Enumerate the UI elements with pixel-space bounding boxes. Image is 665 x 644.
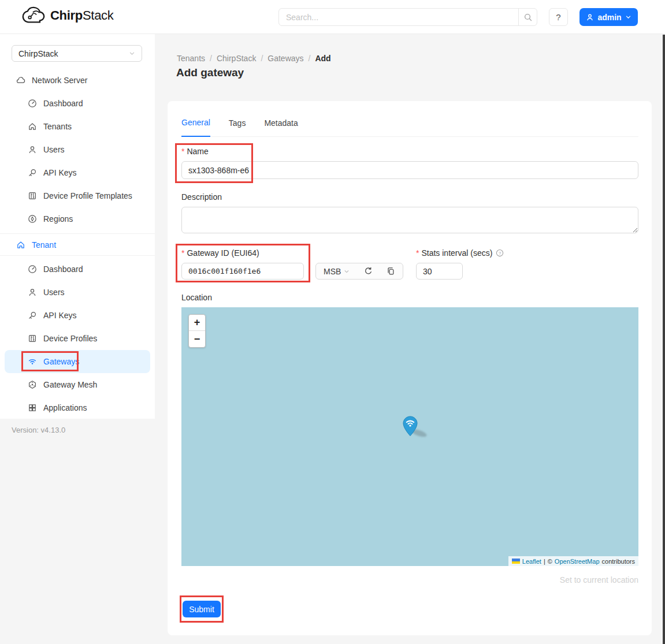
- breadcrumb-item[interactable]: Tenants: [177, 54, 205, 63]
- byte-order-select[interactable]: MSB: [324, 267, 350, 276]
- gateway-id-input[interactable]: [181, 263, 304, 280]
- control-icon: [28, 334, 37, 343]
- chevron-down-icon: [129, 50, 135, 57]
- organization-select[interactable]: ChirpStack: [12, 45, 142, 62]
- breadcrumb-separator: /: [261, 54, 263, 63]
- window-edge-scrollbar[interactable]: [663, 35, 665, 644]
- cloud-logo-icon: [22, 6, 45, 24]
- global-search: [278, 8, 537, 26]
- copy-button[interactable]: [387, 267, 395, 276]
- map-pin-wifi-icon: [403, 416, 418, 437]
- search-input[interactable]: [279, 9, 518, 25]
- help-button[interactable]: ?: [549, 8, 568, 26]
- sidebar-item-tenant-api-keys[interactable]: API Keys: [0, 304, 155, 327]
- sidebar: ChirpStack Network Server Dashboard Tena…: [0, 34, 155, 419]
- tab-general[interactable]: General: [181, 118, 210, 137]
- brand-stack: Stack: [83, 8, 114, 23]
- sidebar-item-gateways[interactable]: Gateways: [5, 350, 150, 373]
- user-icon: [28, 145, 37, 154]
- tab-metadata[interactable]: Metadata: [264, 118, 298, 136]
- tab-bar: General Tags Metadata: [181, 101, 638, 137]
- sidebar-item-gateway-mesh[interactable]: Gateway Mesh: [0, 373, 155, 396]
- user-label: admin: [597, 13, 621, 22]
- sidebar-item-label: API Keys: [43, 168, 77, 177]
- user-icon: [586, 13, 594, 21]
- required-asterisk: *: [416, 248, 419, 258]
- sidebar-item-regions[interactable]: Regions: [0, 207, 155, 230]
- tab-tags[interactable]: Tags: [229, 118, 246, 136]
- search-button[interactable]: [518, 9, 537, 25]
- home-icon: [28, 122, 37, 131]
- sidebar-item-label: Tenant: [32, 240, 56, 250]
- set-current-location-link[interactable]: Set to current location: [560, 575, 638, 585]
- map-zoom-control: + −: [188, 314, 206, 348]
- sidebar-item-label: Device Profile Templates: [43, 191, 132, 200]
- breadcrumb-item[interactable]: ChirpStack: [217, 54, 256, 63]
- breadcrumb-current: Add: [315, 54, 330, 63]
- dashboard-gauge-icon: [28, 99, 37, 108]
- stats-interval-label-text: Stats interval (secs): [421, 248, 492, 258]
- sidebar-item-label: Users: [43, 145, 65, 154]
- sidebar-item-ns-users[interactable]: Users: [0, 138, 155, 161]
- sidebar-item-device-profiles[interactable]: Device Profiles: [0, 327, 155, 350]
- sidebar-item-label: Users: [43, 288, 65, 297]
- sidebar-item-tenant[interactable]: Tenant: [0, 233, 155, 256]
- breadcrumb-separator: /: [309, 54, 311, 63]
- gateway-id-label: * Gateway ID (EUI64): [181, 248, 259, 258]
- description-label-text: Description: [181, 192, 222, 202]
- location-label: Location: [181, 293, 212, 302]
- version-text: Version: v4.13.0: [12, 426, 65, 434]
- sidebar-item-label: Device Profiles: [43, 334, 97, 343]
- sidebar-item-ns-dashboard[interactable]: Dashboard: [0, 92, 155, 115]
- breadcrumb: Tenants / ChirpStack / Gateways / Add: [177, 54, 331, 63]
- chevron-down-icon: [625, 14, 631, 20]
- sidebar-item-label: Applications: [43, 403, 87, 412]
- ukraine-flag-icon: [512, 559, 520, 564]
- location-map[interactable]: + − Leaflet | © OpenStreetMap contributo…: [181, 307, 638, 566]
- stats-interval-input[interactable]: [416, 263, 463, 280]
- attribution-copyright: ©: [548, 558, 552, 565]
- cloud-icon: [16, 76, 25, 85]
- zoom-out-button[interactable]: −: [189, 331, 205, 347]
- openstreetmap-link[interactable]: OpenStreetMap: [555, 558, 600, 565]
- location-label-text: Location: [181, 293, 212, 302]
- sidebar-item-device-profile-templates[interactable]: Device Profile Templates: [0, 184, 155, 207]
- name-input[interactable]: [181, 161, 638, 179]
- breadcrumb-item[interactable]: Gateways: [268, 54, 303, 63]
- sidebar-item-label: Tenants: [43, 122, 72, 131]
- question-circle-icon[interactable]: ?: [496, 249, 504, 257]
- search-icon: [523, 13, 533, 22]
- chevron-down-icon: [344, 269, 350, 274]
- regenerate-button[interactable]: [364, 267, 373, 276]
- description-textarea[interactable]: [181, 207, 638, 233]
- gateway-id-label-text: Gateway ID (EUI64): [187, 248, 259, 258]
- key-icon: [28, 168, 37, 177]
- sidebar-item-tenant-users[interactable]: Users: [0, 281, 155, 304]
- leaflet-link[interactable]: Leaflet: [522, 558, 541, 565]
- sidebar-item-network-server[interactable]: Network Server: [0, 69, 155, 92]
- sidebar-item-ns-api-keys[interactable]: API Keys: [0, 161, 155, 184]
- sidebar-item-tenant-dashboard[interactable]: Dashboard: [0, 258, 155, 281]
- dashboard-gauge-icon: [28, 265, 37, 274]
- name-label: * Name: [181, 147, 209, 156]
- control-icon: [28, 191, 37, 200]
- svg-text:?: ?: [499, 251, 501, 256]
- sidebar-item-ns-tenants[interactable]: Tenants: [0, 115, 155, 138]
- attribution-suffix: contributors: [602, 558, 635, 565]
- sidebar-item-label: Dashboard: [43, 265, 83, 274]
- brand-chirp: Chirp: [50, 8, 83, 23]
- submit-button[interactable]: Submit: [183, 601, 221, 617]
- organization-select-value: ChirpStack: [18, 49, 58, 58]
- sidebar-item-label: Gateways: [43, 357, 79, 366]
- top-header: ChirpStack ? admin: [0, 0, 665, 34]
- breadcrumb-separator: /: [210, 54, 212, 63]
- help-icon: ?: [556, 12, 560, 22]
- zoom-in-button[interactable]: +: [189, 315, 205, 331]
- sidebar-item-label: Regions: [43, 214, 73, 224]
- mesh-icon: [28, 380, 37, 389]
- reload-icon: [364, 267, 373, 276]
- sidebar-item-applications[interactable]: Applications: [0, 396, 155, 419]
- attribution-separator: |: [544, 558, 545, 565]
- gateway-map-marker[interactable]: [403, 416, 418, 439]
- user-menu-button[interactable]: admin: [579, 8, 638, 26]
